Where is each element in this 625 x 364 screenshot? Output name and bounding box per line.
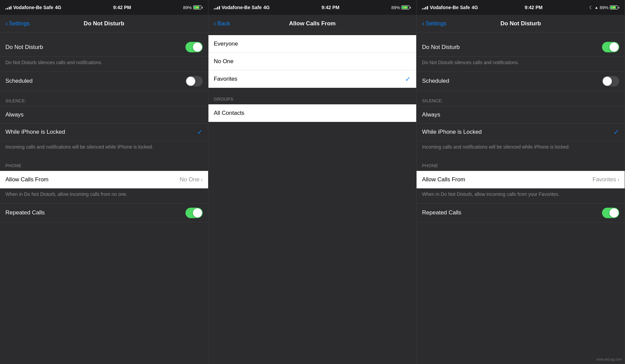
battery-icon-2: ⚡ xyxy=(401,5,411,9)
always-row-3[interactable]: Always xyxy=(417,106,625,124)
battery-bolt-2: ⚡ xyxy=(404,6,407,9)
battery-body-1: ⚡ xyxy=(193,5,201,9)
options-group-2: Everyone No One Favorites ✓ xyxy=(208,35,417,88)
allow-calls-value-1: No One › xyxy=(180,176,203,183)
back-chevron-2: ‹ xyxy=(214,20,216,27)
option-noone[interactable]: No One xyxy=(208,53,417,70)
content-3: Do Not Disturb Do Not Disturb silences c… xyxy=(417,32,625,364)
allow-calls-label-3: Allow Calls From xyxy=(422,176,465,183)
battery-pct-1: 89% xyxy=(183,5,192,10)
battery-tip-3 xyxy=(619,7,619,8)
bar2 xyxy=(7,8,8,9)
bar4 xyxy=(10,6,11,9)
repeated-calls-toggle-3[interactable] xyxy=(602,208,619,218)
scheduled-toggle-1[interactable] xyxy=(185,76,203,86)
groups-header-2: GROUPS xyxy=(208,89,417,104)
nav-back-1[interactable]: ‹ Settings xyxy=(5,20,30,27)
battery-bolt-3: ⚡ xyxy=(612,6,616,9)
bar4-3 xyxy=(427,6,428,9)
while-locked-desc-3: Incoming calls and notifications will be… xyxy=(417,141,625,156)
while-locked-check-1: ✓ xyxy=(197,128,203,136)
option-noone-label: No One xyxy=(214,58,234,65)
favorites-check: ✓ xyxy=(405,75,411,83)
allow-calls-row-1[interactable]: Allow Calls From No One › xyxy=(0,171,208,188)
dnd-toggle-1[interactable] xyxy=(185,42,203,52)
bar1-3 xyxy=(422,8,423,9)
screen-1: Vodafone-Be Safe 4G 9:42 PM 89% ⚡ ‹ Sett… xyxy=(0,0,208,364)
status-left-1: Vodafone-Be Safe 4G xyxy=(5,5,61,10)
network-1: 4G xyxy=(55,5,61,10)
status-left-2: Vodafone-Be Safe 4G xyxy=(214,5,270,10)
phone-header-1: PHONE xyxy=(0,156,208,171)
allow-calls-label-1: Allow Calls From xyxy=(5,176,49,183)
groups-group-2: All Contacts xyxy=(208,104,417,122)
repeated-calls-knob-3 xyxy=(609,208,619,217)
status-right-2: 89% ⚡ xyxy=(391,5,411,10)
back-label-2[interactable]: Back xyxy=(217,20,230,27)
back-chevron-1: ‹ xyxy=(5,20,8,27)
always-row-1[interactable]: Always xyxy=(0,106,208,124)
allow-calls-row-3[interactable]: Allow Calls From Favorites › xyxy=(417,171,625,188)
bar3-2 xyxy=(217,7,218,9)
while-locked-label-3: While iPhone is Locked xyxy=(422,129,482,135)
carrier-3: Vodafone-Be Safe xyxy=(430,5,470,10)
scheduled-row-1: Scheduled xyxy=(0,72,208,91)
while-locked-row-1[interactable]: While iPhone is Locked ✓ xyxy=(0,124,208,141)
battery-body-2: ⚡ xyxy=(401,5,409,9)
status-time-2: 9:42 PM xyxy=(322,5,340,10)
group-all-contacts[interactable]: All Contacts xyxy=(208,104,417,122)
bar3-3 xyxy=(425,7,426,9)
nav-bar-2: ‹ Back Allow Calls From xyxy=(208,15,417,32)
scheduled-label-3: Scheduled xyxy=(422,78,449,84)
carrier-2: Vodafone-Be Safe xyxy=(222,5,262,10)
option-favorites-label: Favorites xyxy=(214,76,238,82)
status-time-1: 9:42 PM xyxy=(113,5,131,10)
status-right-1: 89% ⚡ xyxy=(183,5,203,10)
repeated-calls-toggle-1[interactable] xyxy=(185,208,203,218)
dnd-desc-1: Do Not Disturb silences calls and notifi… xyxy=(0,57,208,72)
nav-title-3: Do Not Disturb xyxy=(500,20,541,27)
option-favorites[interactable]: Favorites ✓ xyxy=(208,70,417,88)
network-2: 4G xyxy=(263,5,270,10)
status-right-3: ☾ ▲ 89% ⚡ xyxy=(589,5,619,10)
back-label-1[interactable]: Settings xyxy=(9,20,30,27)
nav-back-2[interactable]: ‹ Back xyxy=(214,20,230,27)
content-2: Everyone No One Favorites ✓ GROUPS All C… xyxy=(208,32,417,364)
scheduled-row-3: Scheduled xyxy=(417,72,625,91)
scheduled-toggle-knob-3 xyxy=(603,77,612,86)
always-label-1: Always xyxy=(5,111,24,118)
bar2-2 xyxy=(216,8,217,9)
bar3 xyxy=(9,7,10,9)
dnd-toggle-knob-3 xyxy=(609,43,619,52)
dnd-toggle-3[interactable] xyxy=(602,42,619,52)
dnd-toggle-knob-1 xyxy=(193,43,202,52)
back-label-3[interactable]: Settings xyxy=(426,20,446,27)
watermark: www.deLiag.com xyxy=(596,358,622,361)
battery-tip-2 xyxy=(410,7,411,8)
allow-calls-value-3: Favorites › xyxy=(593,176,619,183)
allow-calls-desc-3: When in Do Not Disturb, allow incoming c… xyxy=(417,188,625,203)
while-locked-row-3[interactable]: While iPhone is Locked ✓ xyxy=(417,124,625,141)
status-bar-2: Vodafone-Be Safe 4G 9:42 PM 89% ⚡ xyxy=(208,0,417,15)
moon-icon-3: ☾ xyxy=(589,5,593,10)
back-chevron-3: ‹ xyxy=(422,20,424,27)
signal-bars-3 xyxy=(422,5,428,9)
all-contacts-label: All Contacts xyxy=(214,110,245,116)
allow-calls-val-text-1: No One xyxy=(180,176,200,183)
option-everyone[interactable]: Everyone xyxy=(208,35,417,53)
battery-body-3: ⚡ xyxy=(610,5,618,9)
dnd-label-3: Do Not Disturb xyxy=(422,44,459,51)
signal-bars-2 xyxy=(214,5,220,9)
scheduled-toggle-3[interactable] xyxy=(602,76,619,86)
option-everyone-label: Everyone xyxy=(214,41,238,47)
repeated-calls-knob-1 xyxy=(193,208,202,217)
repeated-calls-label-3: Repeated Calls xyxy=(422,209,461,216)
phone-header-3: PHONE xyxy=(417,156,625,171)
dnd-label-1: Do Not Disturb xyxy=(5,44,43,51)
battery-bolt-1: ⚡ xyxy=(196,6,199,9)
carrier-1: Vodafone-Be Safe xyxy=(13,5,53,10)
bar1-2 xyxy=(214,8,215,9)
dnd-desc-3: Do Not Disturb silences calls and notifi… xyxy=(417,57,625,72)
repeated-calls-label-1: Repeated Calls xyxy=(5,209,45,216)
nav-back-3[interactable]: ‹ Settings xyxy=(422,20,446,27)
